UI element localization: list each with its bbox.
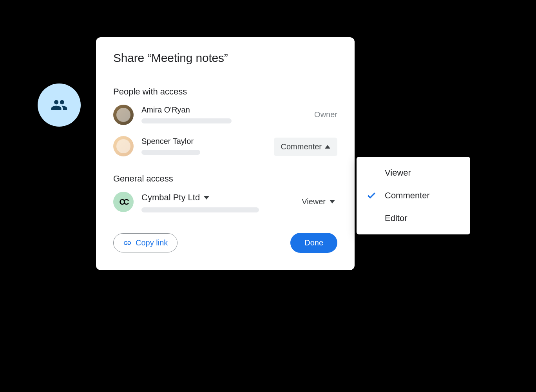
person-row: Amira O'Ryan Owner <box>113 105 337 125</box>
menu-item-viewer[interactable]: Viewer <box>357 162 470 184</box>
dialog-footer: Copy link Done <box>113 233 337 253</box>
general-role-label: Viewer <box>302 197 326 206</box>
role-label-owner: Owner <box>314 105 337 119</box>
menu-item-label: Commenter <box>385 191 430 201</box>
person-name: Spencer Taylor <box>141 137 266 146</box>
redacted-email <box>141 118 232 123</box>
people-icon <box>51 96 68 114</box>
general-access-heading: General access <box>113 174 337 184</box>
person-info: Spencer Taylor <box>141 136 266 155</box>
done-button[interactable]: Done <box>290 233 337 253</box>
people-access-heading: People with access <box>113 87 337 97</box>
role-dropdown-menu: Viewer Commenter Editor <box>357 157 470 234</box>
copy-link-button[interactable]: Copy link <box>113 233 177 252</box>
org-row: CC Cymbal Pty Ltd Viewer <box>113 192 337 212</box>
person-row: Spencer Taylor Commenter <box>113 136 337 156</box>
avatar <box>113 105 134 125</box>
org-name: Cymbal Pty Ltd <box>141 192 200 203</box>
role-dropdown-commenter[interactable]: Commenter <box>274 138 337 156</box>
org-info: Cymbal Pty Ltd <box>141 192 294 212</box>
role-dropdown-label: Commenter <box>281 142 322 151</box>
menu-item-label: Editor <box>385 213 407 223</box>
link-icon <box>123 239 132 247</box>
org-scope-dropdown[interactable]: Cymbal Pty Ltd <box>141 192 294 203</box>
org-avatar: CC <box>113 192 134 212</box>
copy-link-label: Copy link <box>136 238 168 247</box>
share-dialog: Share “Meeting notes” People with access… <box>96 37 355 270</box>
redacted-email <box>141 150 200 155</box>
org-logo-icon: CC <box>120 198 128 207</box>
chevron-down-icon <box>204 196 209 200</box>
menu-item-editor[interactable]: Editor <box>357 207 470 230</box>
general-access-section: General access CC Cymbal Pty Ltd Viewer <box>113 174 337 212</box>
dialog-title: Share “Meeting notes” <box>113 51 337 65</box>
redacted-description <box>141 207 259 212</box>
person-name: Amira O'Ryan <box>141 105 306 114</box>
menu-item-commenter[interactable]: Commenter <box>357 184 470 207</box>
avatar <box>113 136 134 156</box>
people-badge <box>38 83 81 127</box>
person-info: Amira O'Ryan <box>141 105 306 123</box>
menu-item-label: Viewer <box>385 168 411 178</box>
chevron-up-icon <box>325 145 330 149</box>
check-icon <box>366 191 377 201</box>
general-role-dropdown[interactable]: Viewer <box>302 192 337 206</box>
chevron-down-icon <box>330 200 335 203</box>
